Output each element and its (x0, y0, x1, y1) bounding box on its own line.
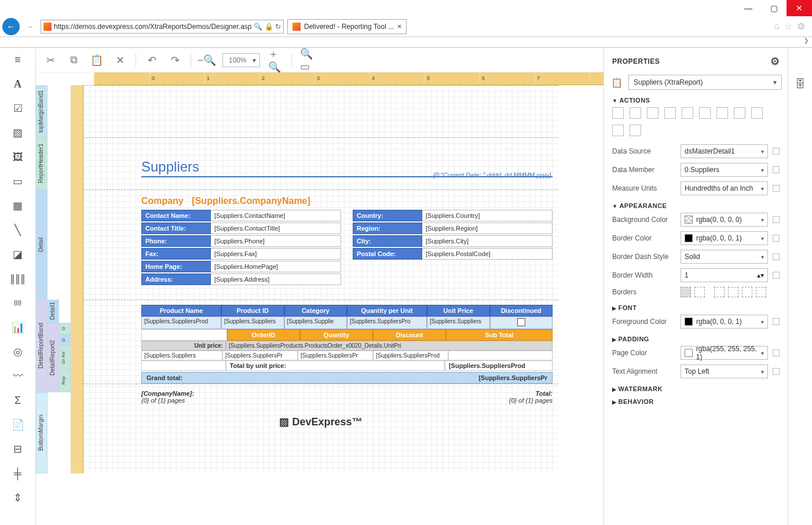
cut-button[interactable]: ✂ (43, 53, 58, 68)
pagebreak-tool-icon[interactable]: ⊟ (10, 442, 26, 456)
sparkline-tool-icon[interactable]: 〰 (10, 369, 26, 383)
field-value[interactable]: [Suppliers.City] (422, 235, 553, 247)
section-font[interactable]: FONT (604, 300, 788, 312)
preview-button[interactable]: 🔍▭ (300, 53, 315, 68)
section-watermark[interactable]: WATERMARK (604, 381, 788, 393)
close-button[interactable]: ✕ (787, 0, 812, 16)
band-detail-report2[interactable]: DetailReport2 (47, 323, 59, 392)
current-date-field[interactable]: {0:"Current Date: " dddd, dd MMMM yyyy} (433, 172, 551, 178)
barcode-tool-icon[interactable]: ∥∥∥ (10, 272, 26, 286)
col-header[interactable]: Category (284, 305, 347, 316)
total-label[interactable]: Total by unit price: (226, 360, 445, 371)
footer-pages-right[interactable]: {0} of {1} pages (509, 397, 553, 404)
url-field[interactable]: https://demos.devexpress.com/XtraReports… (41, 20, 284, 34)
design-surface[interactable]: Suppliers {0:"Current Date: " dddd, dd M… (83, 85, 558, 473)
field-label[interactable]: Country: (353, 210, 422, 221)
zipcode-tool-icon[interactable]: 88 (10, 296, 26, 310)
col-header[interactable]: Unit Price (427, 305, 489, 316)
foreground-color-select[interactable]: rgba(0, 0, 0, 1) (681, 315, 768, 329)
align-icon[interactable] (716, 107, 728, 119)
col-header[interactable]: Sub Total (446, 329, 553, 341)
reset-icon[interactable] (773, 148, 780, 155)
border-dash-select[interactable]: Solid (681, 250, 768, 264)
band-group-footer[interactable]: Gr Re (59, 346, 71, 369)
band-group-header[interactable]: G (59, 323, 71, 334)
grand-total-label[interactable]: Grand total: (147, 374, 182, 381)
section-actions[interactable]: ACTIONS (604, 92, 788, 105)
panel-expand-caret[interactable]: ❯ (0, 37, 812, 48)
col-header[interactable]: Quantity per Unit (347, 305, 427, 316)
field-value[interactable]: [Suppliers.ContactName] (211, 210, 341, 221)
pivot-tool-icon[interactable]: Σ (10, 393, 26, 407)
cell[interactable]: [Suppliers.Suppliers (221, 316, 284, 329)
cell[interactable]: [Suppliers.SuppliersProd (141, 316, 221, 329)
background-color-select[interactable]: rgba(0, 0, 0, 0) (681, 213, 768, 227)
field-label[interactable]: City: (353, 235, 422, 247)
col-header[interactable]: Product Name (141, 305, 221, 316)
col-header[interactable]: Product ID (221, 305, 284, 316)
tab-close-icon[interactable]: × (397, 23, 401, 31)
cell[interactable]: [Suppliers.SuppliersPr (298, 351, 373, 360)
cell[interactable]: [Suppliers.Supplie (284, 316, 347, 329)
field-value[interactable]: [Suppliers.Country] (422, 210, 553, 221)
forward-button[interactable]: → (23, 20, 37, 34)
grand-total-value[interactable]: [Suppliers.SuppliersPr (478, 374, 547, 381)
reset-icon[interactable] (773, 216, 780, 223)
table-tool-icon[interactable]: ▦ (10, 199, 26, 213)
band-report-footer[interactable]: Rep (59, 369, 71, 392)
align-icon[interactable] (647, 107, 659, 119)
redo-button[interactable]: ↷ (167, 53, 182, 68)
reset-icon[interactable] (773, 235, 780, 242)
band-bottom-margin[interactable]: BottomMargin (36, 392, 47, 473)
cell[interactable]: [Suppliers.SuppliersPro (347, 316, 427, 329)
align-icon[interactable] (612, 107, 624, 119)
maximize-button[interactable]: ▢ (761, 0, 787, 16)
text-align-select[interactable]: Top Left (681, 364, 768, 378)
delete-button[interactable]: ✕ (112, 53, 127, 68)
align-icon[interactable] (682, 107, 693, 119)
align-icon[interactable] (751, 107, 763, 119)
align-icon[interactable] (664, 107, 676, 119)
field-value[interactable]: [Suppliers.Region] (422, 223, 553, 234)
label-tool-icon[interactable]: A (10, 77, 26, 91)
field-label[interactable]: Postal Code: (353, 248, 422, 260)
subreport-tool-icon[interactable]: 📄 (10, 418, 26, 432)
settings-icon[interactable]: ⚙ (797, 21, 805, 32)
reset-icon[interactable] (773, 253, 780, 260)
crossband-line-icon[interactable]: ╪ (10, 466, 26, 480)
field-value[interactable]: [Suppliers.Address] (211, 274, 341, 285)
cell[interactable]: [Suppliers.SuppliersPr (222, 351, 298, 360)
database-icon[interactable]: 🗄 (793, 77, 807, 91)
band-detail1[interactable]: Detail1 (47, 300, 59, 323)
footer-company[interactable]: [CompanyName]: (141, 390, 194, 397)
field-value[interactable]: [Suppliers.Phone] (211, 235, 341, 247)
field-label[interactable]: Address: (141, 274, 211, 285)
minimize-button[interactable]: — (736, 0, 761, 16)
favorite-icon[interactable]: ☆ (784, 21, 792, 32)
discontinued-checkbox[interactable] (490, 316, 553, 329)
field-value[interactable]: [Suppliers.HomePage] (211, 261, 341, 272)
line-tool-icon[interactable]: ╲ (10, 223, 26, 237)
align-icon[interactable] (734, 107, 745, 119)
col-header[interactable]: OrderID (227, 329, 300, 341)
unit-price-value[interactable]: [Suppliers.SuppliersProducts.ProductsOrd… (226, 341, 553, 351)
richtext-tool-icon[interactable]: ▨ (10, 126, 26, 140)
cell[interactable]: [Suppliers.Suppliers (427, 316, 489, 329)
data-member-select[interactable]: 0.Suppliers (681, 163, 768, 177)
footer-pages-left[interactable]: {0} of {1} pages (141, 397, 185, 404)
reset-icon[interactable] (773, 368, 780, 375)
reset-icon[interactable] (773, 272, 780, 279)
band-detail-inner[interactable]: D (59, 334, 71, 346)
align-icon[interactable] (630, 107, 641, 119)
reset-icon[interactable] (773, 185, 780, 192)
company-label[interactable]: Company (141, 196, 184, 206)
reset-icon[interactable] (773, 318, 780, 325)
align-icon[interactable] (630, 125, 641, 136)
company-value[interactable]: [Suppliers.CompanyName] (192, 196, 310, 206)
field-label[interactable]: Fax: (141, 248, 211, 260)
menu-icon[interactable]: ≡ (10, 53, 26, 67)
object-selector[interactable]: Suppliers (XtraReport) (628, 75, 782, 90)
border-width-input[interactable]: 1▴▾ (681, 268, 768, 282)
crossband-box-icon[interactable]: ⇕ (10, 491, 26, 505)
field-value[interactable]: [Suppliers.ContactTitle] (211, 223, 341, 234)
